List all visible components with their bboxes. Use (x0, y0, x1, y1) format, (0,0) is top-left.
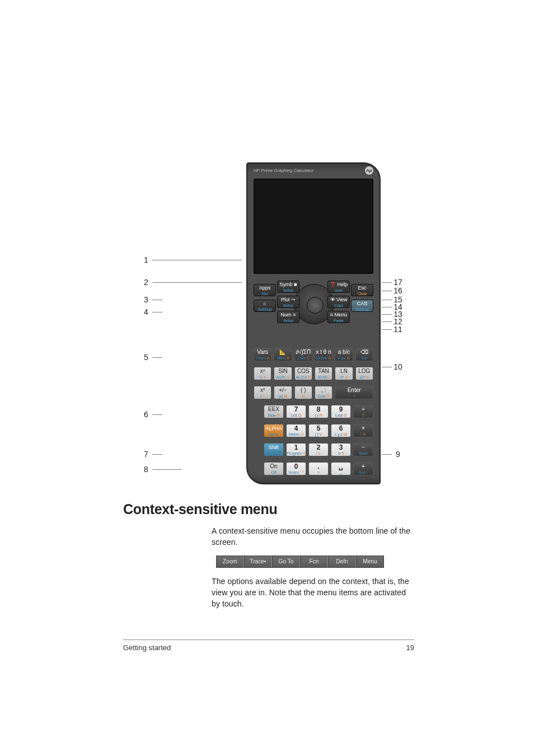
key-: +/−|x| M (274, 386, 292, 399)
menu-goto[interactable]: Go To (272, 556, 300, 567)
key-: 📐Mem B (274, 348, 292, 361)
callout-9: 9 (382, 450, 404, 459)
key-: ⌫Del (355, 348, 373, 361)
callout-16: 16 (382, 286, 404, 295)
key-4: 4Matrix U (286, 424, 306, 437)
key-row-1: xʸⁿ√ FSINASIN GCOSACOS HTANATAN ILNeˣ JL… (254, 367, 373, 380)
key-cos: COSACOS H (294, 367, 312, 380)
key-x: x²√ L (254, 386, 271, 399)
footer-section: Getting started (123, 643, 171, 652)
key-: ␣_ (331, 462, 351, 475)
callout-2: 2 (140, 278, 242, 287)
footer-page: 19 (406, 643, 414, 652)
callout-10: 10 (382, 362, 404, 371)
callout-8: 8 (140, 465, 181, 474)
body-column: A context-sensitive menu occupies the bo… (212, 525, 414, 609)
key-1: 1Program Y (286, 443, 306, 456)
key-: .= (308, 462, 329, 475)
key-on: OnOff (264, 462, 284, 475)
esc-key: Esc Clear (351, 284, 373, 296)
key-row-6: OnOff0Notes " ".=␣_+Ans : (264, 462, 373, 475)
key-: ( ) N (294, 386, 312, 399)
key-row-5: Shift1Program Y2i Z3π #−Base (264, 443, 373, 456)
hp-logo-icon: hp (365, 166, 373, 175)
key-6: 6x,y,z W (331, 424, 351, 437)
key-abc: a b/c▸.▸▸ E (335, 348, 353, 361)
key-: ×! X (353, 424, 373, 437)
callout-6: 6 (140, 410, 162, 419)
calculator-figure: 1 2 3 4 5 6 7 8 17 16 15 (140, 162, 403, 487)
key-row-4: ALPHAalpha4Matrix U5[ ] V6x,y,z W×! X (264, 424, 373, 437)
help-key: ❓ Help User (327, 281, 350, 293)
callout-11: 11 (382, 325, 404, 334)
key-eex: EEXSto▸ P (264, 405, 284, 418)
key-3: 3π # (331, 443, 351, 456)
key-xtn: x t θ nDefine D (315, 348, 332, 361)
menu-defn[interactable]: Defn (328, 556, 356, 567)
callout-17: 17 (382, 278, 404, 287)
key-9: 9Last S (331, 405, 351, 418)
calculator: HP Prime Graphing Calculator hp Apps Inf… (246, 162, 381, 484)
key-0: 0Notes " " (286, 462, 306, 475)
key-5: 5[ ] V (308, 424, 329, 437)
nav-cluster: Apps Info Symb ■ Setup ❓ Help User Esc C… (254, 284, 373, 342)
para-2: The options available depend on the cont… (212, 576, 414, 609)
menu-menu[interactable]: Menu (356, 556, 383, 567)
section-heading: Context-sensitive menu (123, 501, 414, 517)
context-menubar: Zoom Trace• Go To Fcn Defn Menu (216, 556, 384, 568)
key-: −Base (353, 443, 373, 456)
home-key: ⌂ Settings (254, 300, 276, 312)
key-row-3: EEXSto▸ P7List Q8{ } R9Last S÷ T (264, 405, 373, 418)
key-alpha: ALPHAalpha (264, 424, 284, 437)
key-log: LOG10ˣ K (355, 367, 373, 380)
key-7: 7List Q (286, 405, 306, 418)
callout-5: 5 (140, 353, 162, 362)
key-: ∂√∫ΣΠUnits C (294, 348, 312, 361)
plot-key: Plot ⤳ Setup (277, 296, 299, 308)
cas-key: CAS Settings (351, 300, 373, 312)
key-vars: VarsChars A (254, 348, 271, 361)
key-enter: Enter≈ (335, 386, 373, 399)
menu-key: ≡ Menu Paste (327, 311, 350, 323)
page-footer: Getting started 19 (123, 640, 414, 652)
menu-trace[interactable]: Trace• (244, 556, 272, 567)
key-sin: SINASIN G (274, 367, 292, 380)
key-x: xʸⁿ√ F (254, 367, 271, 380)
view-key: 👁 View Copy (327, 296, 350, 308)
key-tan: TANATAN I (315, 367, 332, 380)
symb-key: Symb ■ Setup (277, 281, 299, 293)
brand-text: HP Prime Graphing Calculator (254, 168, 313, 173)
key-8: 8{ } R (308, 405, 329, 418)
key-row-0: VarsChars A📐Mem B∂√∫ΣΠUnits Cx t θ nDefi… (254, 348, 373, 361)
apps-key: Apps Info (254, 284, 276, 296)
key-shift: Shift (264, 443, 284, 456)
calculator-screen (254, 179, 373, 274)
menu-fcn[interactable]: Fcn (300, 556, 328, 567)
callout-7: 7 (140, 450, 162, 459)
key-2: 2i Z (308, 443, 329, 456)
key-row-2: x²√ L+/−|x| M( ) N, :Eval OEnter≈ (254, 386, 373, 399)
para-1: A context-sensitive menu occupies the bo… (212, 525, 414, 548)
key-: +Ans : (353, 462, 373, 475)
calculator-header: HP Prime Graphing Calculator hp (247, 163, 380, 178)
callout-3: 3 (140, 295, 162, 304)
callout-4: 4 (140, 307, 162, 316)
key-: ÷ T (353, 405, 373, 418)
key-: , :Eval O (315, 386, 332, 399)
num-key: Num ≡ Setup (277, 311, 299, 323)
menu-zoom[interactable]: Zoom (217, 556, 244, 567)
callout-1: 1 (140, 255, 242, 264)
key-ln: LNeˣ J (335, 367, 353, 380)
